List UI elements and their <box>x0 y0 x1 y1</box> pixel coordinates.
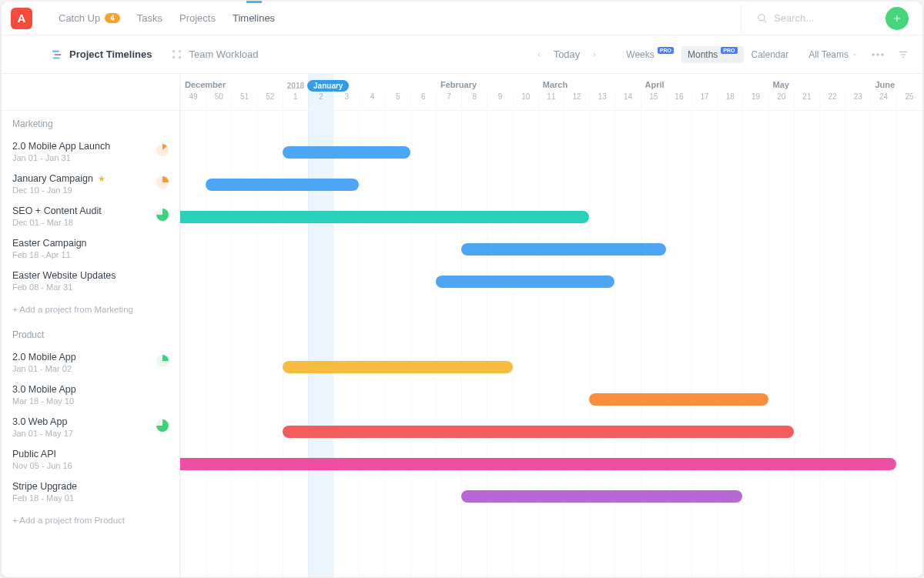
week-column: 5 <box>385 91 410 108</box>
view-months-label: Months <box>688 49 718 60</box>
tab-team-workload[interactable]: Team Workload <box>172 48 258 60</box>
view-calendar[interactable]: Calendar <box>745 46 795 63</box>
team-selector[interactable]: All Teams <box>808 49 858 60</box>
project-name: Easter Campaign <box>12 238 87 249</box>
gantt-bar[interactable] <box>283 426 794 438</box>
project-dates: Mar 18 - May 10 <box>12 396 76 406</box>
tab-project-timelines[interactable]: Project Timelines <box>52 48 152 60</box>
gantt-bar[interactable] <box>283 361 513 373</box>
star-icon: ★ <box>98 174 105 184</box>
add-project-link[interactable]: + Add a project from Marketing <box>2 297 179 322</box>
gantt-bar[interactable] <box>589 393 768 406</box>
week-column: 17 <box>691 91 717 108</box>
svg-rect-6 <box>53 57 60 58</box>
filter-button[interactable] <box>898 49 909 60</box>
nav-timelines[interactable]: Timelines <box>233 12 275 24</box>
view-weeks[interactable]: Weeks PRO <box>620 46 680 63</box>
svg-point-11 <box>872 53 875 55</box>
next-period-button[interactable] <box>591 51 598 58</box>
project-row[interactable]: 3.0 Mobile AppMar 18 - May 10 <box>2 379 179 411</box>
project-row[interactable]: SEO + Content AuditDec 01 - Mar 18 <box>2 200 179 232</box>
project-row[interactable]: Easter Website UpdatesFeb 08 - Mar 31 <box>2 265 179 297</box>
add-project-link[interactable]: + Add a project from Product <box>2 508 179 533</box>
project-dates: Jan 01 - Mar 02 <box>12 364 76 373</box>
week-column: 22 <box>819 91 845 108</box>
gantt-bar[interactable] <box>180 211 589 223</box>
week-column: 23 <box>845 91 870 108</box>
project-dates: Jan 01 - May 17 <box>12 429 73 438</box>
week-column: 18 <box>717 91 742 108</box>
project-row[interactable]: Easter CampaignFeb 18 - Apr 11 <box>2 232 179 265</box>
project-name: Stripe Upgrade <box>12 481 77 492</box>
gantt-bar[interactable] <box>461 243 666 256</box>
gantt-bar[interactable] <box>436 276 614 288</box>
project-dates: Dec 10 - Jan 19 <box>12 185 105 195</box>
svg-point-7 <box>172 49 176 52</box>
project-row[interactable]: Stripe UpgradeFeb 18 - May 01 <box>2 476 179 508</box>
prev-period-button[interactable] <box>535 51 543 58</box>
project-row[interactable]: 2.0 Mobile App LaunchJan 01 - Jan 31 <box>2 135 179 168</box>
team-selector-label: All Teams <box>808 49 849 60</box>
view-weeks-label: Weeks <box>626 49 654 60</box>
search-icon <box>757 13 768 24</box>
project-row[interactable]: Public APINov 05 - Jun 16 <box>2 443 179 476</box>
week-column: 12 <box>564 91 589 108</box>
week-column: 25 <box>896 91 922 108</box>
gantt-bar[interactable] <box>283 146 410 159</box>
current-week-highlight <box>308 74 333 110</box>
week-column: 7 <box>436 91 461 108</box>
month-label: April <box>645 80 665 89</box>
svg-rect-4 <box>52 50 59 52</box>
project-name: 2.0 Mobile App <box>12 352 76 363</box>
nav-active-indicator <box>246 1 262 3</box>
project-row[interactable]: 3.0 Web AppJan 01 - May 17 <box>2 411 179 443</box>
nav-catchup-label: Catch Up <box>59 12 100 24</box>
week-column: 50 <box>206 91 231 108</box>
project-dates: Jan 01 - Jan 31 <box>12 153 110 162</box>
gantt-bar[interactable] <box>180 458 896 470</box>
view-months[interactable]: Months PRO <box>681 46 744 63</box>
project-name: 2.0 Mobile App Launch <box>12 141 110 152</box>
project-dates: Nov 05 - Jun 16 <box>12 461 72 470</box>
app-logo[interactable]: A <box>11 8 32 29</box>
project-row[interactable]: January Campaign★Dec 10 - Jan 19 <box>2 168 179 200</box>
week-column: 9 <box>487 91 512 108</box>
nav-catchup[interactable]: Catch Up 4 <box>59 12 120 24</box>
project-name: January Campaign★ <box>12 173 105 184</box>
gantt-bar[interactable] <box>461 490 742 503</box>
month-label: March <box>543 80 567 89</box>
project-name: 3.0 Mobile App <box>12 384 76 395</box>
week-column: 13 <box>589 91 614 108</box>
project-name: SEO + Content Audit <box>12 205 102 216</box>
gantt-header: DecemberFebruaryMarchAprilMayJune2018Jan… <box>180 74 922 111</box>
month-label: December <box>185 80 226 89</box>
project-dates: Feb 18 - Apr 11 <box>12 250 87 259</box>
gantt-bar[interactable] <box>206 179 359 191</box>
svg-point-8 <box>179 49 182 52</box>
nav-projects[interactable]: Projects <box>179 12 216 24</box>
svg-point-9 <box>172 55 176 58</box>
project-name: 3.0 Web App <box>12 416 73 427</box>
gantt-chart[interactable]: DecemberFebruaryMarchAprilMayJune2018Jan… <box>180 74 922 577</box>
week-column: 49 <box>180 91 206 108</box>
project-status-icon <box>156 419 169 435</box>
nav-tasks[interactable]: Tasks <box>137 12 162 24</box>
sub-nav: Project Timelines Team Workload Today We… <box>2 35 922 74</box>
project-dates: Feb 08 - Mar 31 <box>12 282 116 292</box>
today-button[interactable]: Today <box>554 48 581 60</box>
month-label: June <box>875 80 895 89</box>
project-name: Public API <box>12 449 72 459</box>
search-input[interactable]: Search... <box>741 5 879 32</box>
svg-point-12 <box>877 53 879 55</box>
group-header: Marketing <box>2 111 179 135</box>
month-label: February <box>440 80 477 89</box>
add-button[interactable] <box>886 7 909 30</box>
more-menu-button[interactable] <box>872 53 884 56</box>
week-column: 52 <box>257 91 283 108</box>
chevron-down-icon <box>852 52 858 58</box>
project-row[interactable]: 2.0 Mobile AppJan 01 - Mar 02 <box>2 346 179 379</box>
project-sidebar: Marketing2.0 Mobile App LaunchJan 01 - J… <box>2 74 180 577</box>
week-column: 11 <box>538 91 564 108</box>
project-status-icon <box>156 144 169 159</box>
project-status-icon <box>156 176 169 192</box>
